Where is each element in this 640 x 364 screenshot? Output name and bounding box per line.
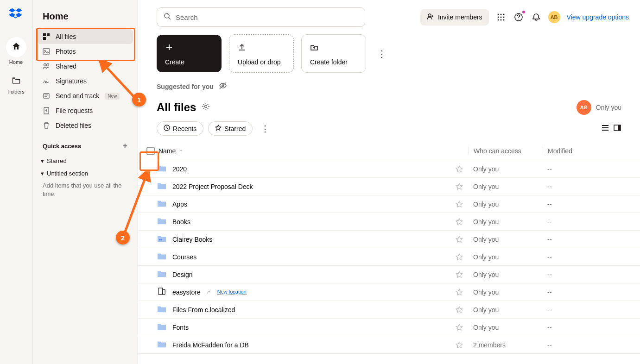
- user-avatar[interactable]: AB: [548, 11, 560, 23]
- rail-home-label: Home: [9, 59, 23, 65]
- svg-rect-0: [43, 33, 46, 36]
- file-list: 2020 Only you -- 2022 Project Proposal D…: [138, 160, 640, 364]
- new-location-badge: New location: [217, 289, 247, 295]
- upload-label: Upload or drop: [238, 58, 285, 66]
- help-icon[interactable]: [513, 12, 524, 23]
- folder-label: Create folder: [310, 58, 357, 66]
- star-button[interactable]: [450, 270, 469, 279]
- panel-view-icon[interactable]: [613, 124, 621, 134]
- nav-signatures[interactable]: Signatures: [37, 74, 133, 88]
- quick-access-title: Quick access: [43, 143, 81, 150]
- access-value: Only you: [469, 271, 543, 278]
- nav-send-track[interactable]: Send and track New: [37, 88, 133, 103]
- file-row[interactable]: Freida McFadden for a DB 2 members --: [138, 336, 640, 354]
- file-row[interactable]: Books Only you --: [138, 213, 640, 231]
- access-value: Only you: [469, 324, 543, 331]
- svg-point-19: [503, 19, 504, 21]
- svg-rect-2: [43, 37, 46, 40]
- star-button[interactable]: [450, 218, 469, 226]
- search-input[interactable]: Search: [157, 7, 365, 27]
- modified-value: --: [543, 183, 621, 190]
- untitled-section[interactable]: ▾ Untitled section: [37, 167, 133, 180]
- shared-icon: [43, 63, 50, 70]
- name-col[interactable]: Name: [158, 147, 176, 155]
- svg-point-13: [503, 14, 504, 15]
- star-icon: [215, 125, 222, 132]
- file-row[interactable]: 2020 Only you --: [138, 160, 640, 178]
- invite-members-button[interactable]: Invite members: [420, 9, 489, 25]
- modified-col[interactable]: Modified: [543, 147, 621, 155]
- svg-point-9: [165, 13, 169, 18]
- dropbox-logo-icon[interactable]: [9, 7, 24, 22]
- svg-rect-1: [47, 33, 50, 36]
- modified-value: --: [543, 236, 621, 243]
- rail-folders[interactable]: Folders: [5, 72, 28, 98]
- home-icon: [12, 42, 21, 53]
- star-button[interactable]: [450, 323, 469, 332]
- action-row: Create Upload or drop Create folder ⋮: [138, 27, 640, 73]
- file-row[interactable]: Courses Only you --: [138, 248, 640, 266]
- left-rail: Home Folders: [0, 0, 32, 364]
- modified-value: --: [543, 218, 621, 226]
- file-row[interactable]: Design Only you --: [138, 266, 640, 283]
- nav-file-requests[interactable]: File requests: [37, 103, 133, 118]
- star-button[interactable]: [450, 165, 469, 173]
- svg-point-17: [497, 19, 499, 21]
- nav-shared[interactable]: Shared: [37, 59, 133, 74]
- upgrade-link[interactable]: View upgrade options: [567, 13, 629, 21]
- file-row[interactable]: easystore↗ New location Only you --: [138, 283, 640, 301]
- nav-deleted[interactable]: Deleted files: [37, 118, 133, 133]
- file-row[interactable]: 2022 Project Proposal Deck Only you --: [138, 178, 640, 195]
- svg-rect-25: [618, 125, 621, 131]
- file-row[interactable]: Files From c.localized Only you --: [138, 301, 640, 319]
- star-button[interactable]: [450, 288, 469, 296]
- rail-folders-label: Folders: [7, 89, 25, 94]
- modified-value: --: [543, 201, 621, 208]
- svg-rect-7: [44, 94, 49, 98]
- recents-label: Recents: [173, 125, 196, 132]
- nav-all-files[interactable]: All files: [37, 29, 133, 44]
- sidebar-title: Home: [37, 7, 133, 29]
- modified-value: --: [543, 165, 621, 173]
- file-row[interactable]: Apps Only you --: [138, 195, 640, 213]
- upload-button[interactable]: Upload or drop: [229, 34, 294, 73]
- external-icon: ↗: [206, 289, 210, 295]
- file-row[interactable]: Clairey Books Only you --: [138, 231, 640, 248]
- create-folder-button[interactable]: Create folder: [301, 34, 366, 73]
- page-avatar[interactable]: AB: [577, 100, 591, 115]
- svg-point-16: [503, 17, 504, 18]
- file-requests-icon: [43, 107, 50, 114]
- filter-row: Recents Starred ⋮: [138, 115, 640, 142]
- nav-label: Photos: [56, 48, 76, 55]
- nav-label: File requests: [56, 107, 93, 114]
- svg-point-22: [205, 106, 207, 108]
- list-view-icon[interactable]: [601, 124, 609, 134]
- more-actions-icon[interactable]: ⋮: [374, 48, 390, 59]
- settings-icon[interactable]: [202, 102, 210, 113]
- sort-asc-icon[interactable]: ↑: [179, 147, 183, 155]
- add-quick-access-icon[interactable]: +: [122, 141, 127, 151]
- nav-photos[interactable]: Photos: [37, 44, 133, 59]
- star-button[interactable]: [450, 253, 469, 261]
- starred-chip[interactable]: Starred: [208, 121, 253, 136]
- notifications-icon[interactable]: [531, 12, 542, 23]
- star-button[interactable]: [450, 306, 469, 314]
- rail-home[interactable]: Home: [5, 33, 28, 69]
- star-button[interactable]: [450, 235, 469, 244]
- access-col[interactable]: Who can access: [469, 147, 543, 155]
- star-button[interactable]: [450, 182, 469, 191]
- access-value: Only you: [469, 218, 543, 226]
- apps-grid-icon[interactable]: [495, 12, 507, 23]
- recents-chip[interactable]: Recents: [157, 121, 203, 136]
- search-placeholder: Search: [176, 13, 198, 21]
- create-button[interactable]: Create: [157, 35, 222, 72]
- hide-icon[interactable]: [218, 81, 228, 92]
- file-name: Freida McFadden for a DB: [172, 341, 249, 349]
- star-button[interactable]: [450, 341, 469, 349]
- filter-more-icon[interactable]: ⋮: [257, 124, 273, 134]
- folder-icon: [157, 234, 167, 244]
- starred-section[interactable]: ▾ Starred: [37, 155, 133, 167]
- select-all-checkbox[interactable]: [146, 147, 155, 155]
- file-row[interactable]: Fonts Only you --: [138, 319, 640, 336]
- star-button[interactable]: [450, 200, 469, 208]
